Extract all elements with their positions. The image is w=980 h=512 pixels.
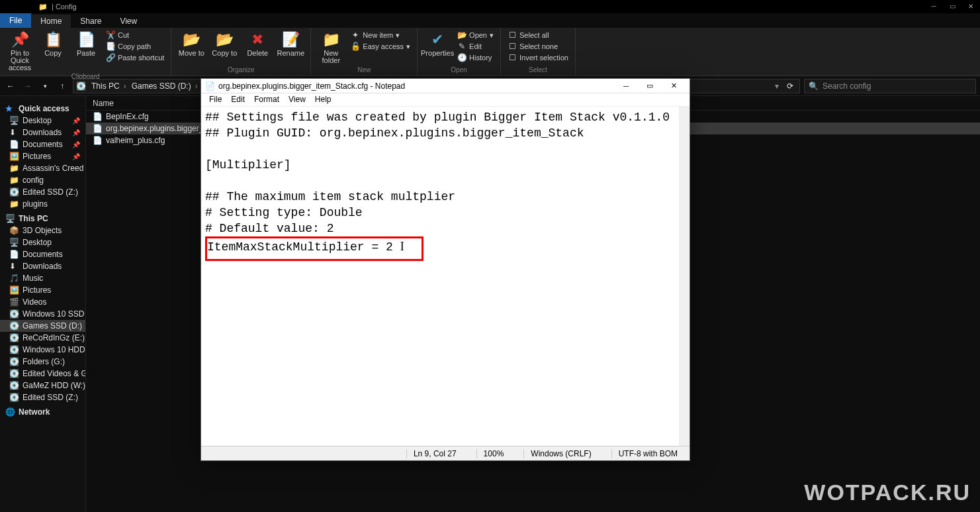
nav-back-button[interactable]: ← — [4, 79, 17, 93]
delete-button[interactable]: ✖Delete — [243, 30, 272, 57]
nav-item-label: Videos — [22, 297, 46, 307]
navigation-pane[interactable]: ★Quick access 🖥️Desktop📌⬇Downloads📌📄Docu… — [0, 96, 86, 512]
nav-item-icon: 📁 — [9, 164, 19, 173]
window-maximize-button[interactable]: ▭ — [943, 0, 961, 12]
notepad-status-position: Ln 9, Col 27 — [406, 449, 463, 458]
tab-share[interactable]: Share — [71, 15, 111, 28]
nav-item-label: ReCoRdInGz (E:) — [22, 333, 85, 342]
ribbon-label-select: Select — [506, 65, 570, 74]
notepad-menu-edit[interactable]: Edit — [227, 93, 249, 106]
select-all-button[interactable]: ☐Select all — [506, 30, 570, 40]
edit-button[interactable]: ✎Edit — [456, 41, 495, 52]
nav-item[interactable]: 💽Folders (G:) — [0, 356, 85, 368]
tab-home[interactable]: Home — [31, 15, 71, 28]
select-none-button[interactable]: ☐Select none — [506, 41, 570, 52]
nav-forward-button[interactable]: → — [21, 79, 34, 93]
history-button[interactable]: 🕘History — [456, 52, 495, 63]
nav-item-label: Assassin's Creed Val — [22, 164, 85, 173]
nav-item[interactable]: 🖼️Pictures📌 — [0, 150, 85, 162]
notepad-text-area[interactable]: ## Settings file was created by plugin B… — [201, 107, 679, 446]
move-to-button[interactable]: 📂Move to — [177, 30, 206, 57]
notepad-minimize-button[interactable]: ─ — [614, 79, 638, 93]
nav-item[interactable]: 💽Edited SSD (Z:) — [0, 391, 85, 403]
notepad-close-button[interactable]: ✕ — [662, 79, 686, 93]
window-minimize-button[interactable]: ─ — [924, 0, 943, 12]
nav-item[interactable]: ⬇Downloads — [0, 260, 85, 272]
notepad-scrollbar[interactable] — [679, 107, 690, 446]
nav-item[interactable]: 💽ReCoRdInGz (E:) — [0, 332, 85, 344]
nav-recent-button[interactable]: ▾ — [38, 79, 52, 93]
nav-network[interactable]: 🌐Network — [0, 406, 85, 418]
ribbon-label-organize: Organize — [177, 65, 305, 74]
tab-file[interactable]: File — [0, 13, 31, 28]
invert-selection-button[interactable]: ☐Invert selection — [506, 52, 570, 63]
address-dropdown-button[interactable]: ▾ — [770, 81, 783, 91]
nav-quick-access[interactable]: ★Quick access — [0, 103, 85, 115]
copy-path-button[interactable]: 📑Copy path — [105, 41, 165, 52]
nav-item-label: plugins — [22, 199, 48, 209]
notepad-menu-view[interactable]: View — [285, 93, 310, 106]
nav-item[interactable]: 📄Documents📌 — [0, 138, 85, 150]
refresh-button[interactable]: ⟳ — [783, 81, 797, 91]
open-button[interactable]: 📂Open ▾ — [456, 30, 495, 40]
nav-item[interactable]: 📁plugins — [0, 198, 85, 210]
search-icon: 🔍 — [809, 81, 819, 91]
breadcrumb-segment[interactable]: This PC — [89, 81, 129, 91]
nav-up-button[interactable]: ↑ — [56, 79, 69, 93]
nav-item[interactable]: 📦3D Objects — [0, 225, 85, 236]
nav-this-pc[interactable]: 🖥️This PC — [0, 213, 85, 225]
nav-item[interactable]: 💽Games SSD (D:) — [0, 320, 85, 332]
nav-item[interactable]: 💽GaMeZ HDD (W:) — [0, 380, 85, 391]
nav-item[interactable]: 🎬Videos — [0, 296, 85, 308]
nav-item[interactable]: 📁Assassin's Creed Val — [0, 162, 85, 174]
nav-item-icon: 📁 — [9, 199, 19, 209]
new-folder-button[interactable]: 📁New folder — [316, 30, 345, 64]
nav-item-icon: 💽 — [9, 345, 19, 354]
easy-access-button[interactable]: 🔓Easy access ▾ — [349, 41, 412, 52]
notepad-menu-help[interactable]: Help — [311, 93, 335, 106]
file-name: BepInEx.cfg — [106, 112, 149, 121]
search-input[interactable]: 🔍 Search config — [804, 79, 976, 93]
drive-icon: 💽 — [76, 81, 86, 91]
tab-view[interactable]: View — [111, 15, 146, 28]
notepad-menu-format[interactable]: Format — [250, 93, 283, 106]
paste-button[interactable]: 📄Paste — [71, 30, 101, 57]
notepad-status-eol: Windows (CRLF) — [523, 449, 598, 458]
notepad-icon: 📄 — [205, 81, 214, 91]
nav-item[interactable]: ⬇Downloads📌 — [0, 127, 85, 138]
nav-item[interactable]: 📄Documents — [0, 248, 85, 260]
nav-item-icon: 🎬 — [9, 297, 19, 307]
ribbon-group-new: 📁New folder ✦New item ▾ 🔓Easy access ▾ N… — [311, 28, 418, 76]
notepad-maximize-button[interactable]: ▭ — [638, 79, 662, 93]
notepad-title-bar[interactable]: 📄 org.bepinex.plugins.bigger_item_Stack.… — [201, 79, 690, 93]
ribbon: 📌Pin to Quick access 📋Copy 📄Paste ✂️Cut … — [0, 28, 980, 76]
nav-item[interactable]: 💽Edited SSD (Z:) — [0, 186, 85, 198]
nav-item-icon: 💽 — [9, 187, 19, 197]
rename-button[interactable]: 📝Rename — [276, 30, 305, 57]
notepad-title: org.bepinex.plugins.bigger_item_Stack.cf… — [218, 81, 405, 91]
nav-item-label: Edited SSD (Z:) — [22, 393, 78, 402]
nav-item[interactable]: 💽Windows 10 HDD (F — [0, 344, 85, 356]
breadcrumb-segment[interactable]: Games SSD (D:) — [129, 81, 200, 91]
nav-item[interactable]: 🖼️Pictures — [0, 284, 85, 296]
cut-button[interactable]: ✂️Cut — [105, 30, 165, 40]
copy-to-button[interactable]: 📂Copy to — [210, 30, 239, 57]
copy-button[interactable]: 📋Copy — [38, 30, 67, 57]
notepad-menu-file[interactable]: File — [205, 93, 226, 106]
nav-item[interactable]: 📁config — [0, 174, 85, 186]
nav-item[interactable]: 💽Edited Videos & Ga — [0, 368, 85, 380]
nav-item[interactable]: 🖥️Desktop📌 — [0, 115, 85, 127]
window-close-button[interactable]: ✕ — [961, 0, 980, 12]
nav-item[interactable]: 🎵Music — [0, 272, 85, 284]
nav-item-icon: 🖼️ — [9, 152, 19, 161]
nav-item-icon: 💽 — [9, 381, 19, 390]
nav-item-icon: 🖼️ — [9, 285, 19, 295]
ribbon-group-organize: 📂Move to 📂Copy to ✖Delete 📝Rename Organi… — [171, 28, 311, 76]
pin-to-quick-access-button[interactable]: 📌Pin to Quick access — [5, 30, 34, 72]
properties-button[interactable]: ✔Properties — [423, 30, 452, 57]
pin-icon: 📌 — [72, 141, 80, 148]
new-item-button[interactable]: ✦New item ▾ — [349, 30, 412, 40]
nav-item[interactable]: 💽Windows 10 SSD (C — [0, 308, 85, 320]
paste-shortcut-button[interactable]: 🔗Paste shortcut — [105, 52, 165, 63]
nav-item[interactable]: 🖥️Desktop — [0, 236, 85, 248]
